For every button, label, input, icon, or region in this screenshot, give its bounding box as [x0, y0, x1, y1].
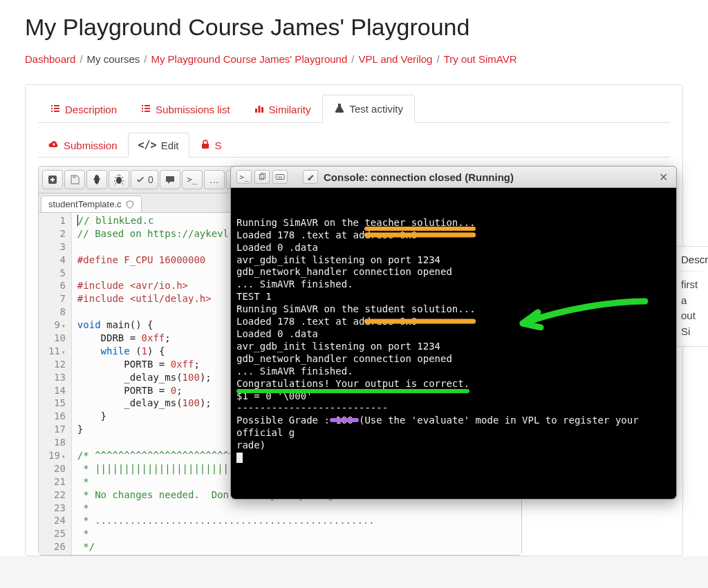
more-button[interactable]: …: [204, 170, 225, 189]
tab-label: Similarity: [269, 104, 311, 115]
code-icon: </>: [138, 139, 157, 151]
breadcrumb-item[interactable]: Try out SimAVR: [444, 53, 517, 65]
breadcrumb-item[interactable]: Dashboard: [25, 53, 75, 65]
subtab-submission[interactable]: Submission: [38, 133, 128, 158]
annotation-arrow: [510, 296, 649, 330]
svg-rect-1: [258, 106, 260, 113]
svg-point-12: [281, 176, 281, 177]
description-side-panel: Descri first a out Si: [675, 246, 708, 347]
console-header[interactable]: >_ Console: connection closed (Running) …: [231, 167, 676, 188]
console-keyboard-button[interactable]: [272, 170, 288, 184]
shield-icon: [126, 200, 134, 209]
svg-point-6: [116, 177, 122, 184]
new-file-button[interactable]: [42, 170, 63, 189]
console-close-button[interactable]: ✕: [656, 171, 671, 184]
tab-label: Submissions list: [156, 104, 230, 115]
breadcrumb-item[interactable]: My Playground Course James' Playground: [151, 53, 347, 65]
tab-test-activity[interactable]: Test activity: [322, 95, 415, 123]
svg-rect-2: [261, 107, 263, 113]
tab-label: Description: [65, 104, 117, 115]
svg-point-11: [279, 176, 280, 177]
console-title: Console: connection closed (Running): [324, 171, 514, 183]
lock-icon: [200, 139, 211, 152]
svg-rect-3: [202, 144, 209, 149]
evaluate-button[interactable]: 0: [131, 170, 158, 189]
subtab-s[interactable]: S: [189, 133, 232, 158]
svg-rect-0: [255, 108, 257, 113]
subtab-label: Edit: [161, 140, 179, 151]
comments-button[interactable]: [160, 170, 180, 189]
subtab-edit[interactable]: </>Edit: [128, 133, 189, 158]
chart-icon: [254, 103, 265, 116]
save-button[interactable]: [64, 170, 85, 189]
list-ol-icon: [140, 103, 151, 116]
console-prompt-icon[interactable]: >_: [236, 170, 252, 184]
breadcrumb-item[interactable]: VPL and Verilog: [358, 53, 432, 65]
console-window[interactable]: >_ Console: connection closed (Running) …: [230, 166, 677, 500]
console-copy-button[interactable]: [254, 170, 270, 184]
subtab-label: Submission: [64, 140, 118, 151]
tab-label: Test activity: [349, 103, 403, 115]
svg-rect-5: [73, 176, 76, 178]
file-tab[interactable]: studentTemplate.c: [41, 196, 142, 212]
page-title: My Playground Course James' Playground: [25, 14, 683, 41]
svg-rect-13: [278, 178, 281, 178]
svg-point-10: [277, 176, 278, 177]
svg-rect-9: [276, 175, 284, 180]
debug-button[interactable]: [109, 170, 129, 189]
console-paint-button[interactable]: [303, 170, 318, 184]
flask-icon: [334, 102, 345, 115]
console-output[interactable]: Running SimAVR on the teacher solution..…: [231, 188, 676, 499]
breadcrumb-item: My courses: [87, 53, 140, 65]
evaluate-count: 0: [148, 174, 153, 185]
run-button[interactable]: [86, 170, 107, 189]
sub-tabs: Submission</>EditS: [38, 133, 670, 158]
tab-submissions-list[interactable]: Submissions list: [129, 95, 242, 123]
tab-description[interactable]: Description: [38, 95, 129, 123]
breadcrumb: Dashboard/My courses/My Playground Cours…: [25, 53, 683, 65]
side-panel-header: Descri: [681, 254, 702, 272]
main-tabs: DescriptionSubmissions listSimilarityTes…: [38, 95, 670, 123]
tab-similarity[interactable]: Similarity: [242, 95, 323, 123]
terminal-button[interactable]: >_: [182, 170, 203, 189]
file-tab-name: studentTemplate.c: [48, 199, 122, 209]
side-panel-body: first a out Si: [681, 277, 702, 339]
cloud-upload-icon: [48, 139, 59, 152]
list-icon: [50, 103, 61, 116]
line-gutter: 123456789 ▾1011 ▾1213141516171819 ▾20212…: [39, 213, 72, 555]
subtab-label: S: [215, 140, 222, 151]
